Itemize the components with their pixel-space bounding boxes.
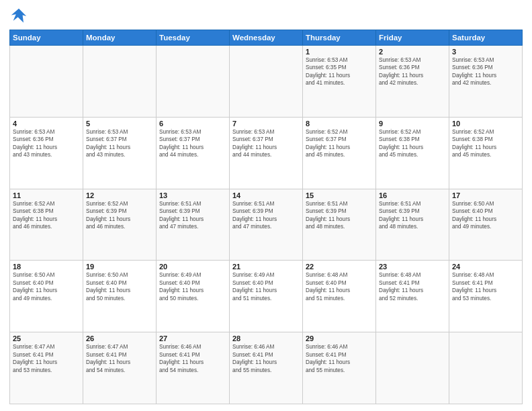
week-row-2: 4Sunrise: 6:53 AMSunset: 6:36 PMDaylight… bbox=[10, 117, 523, 189]
page: SundayMondayTuesdayWednesdayThursdayFrid… bbox=[0, 0, 532, 411]
day-info: Sunrise: 6:49 AMSunset: 6:40 PMDaylight:… bbox=[232, 271, 300, 302]
logo bbox=[9, 7, 31, 26]
day-cell: 27Sunrise: 6:46 AMSunset: 6:41 PMDayligh… bbox=[157, 332, 230, 404]
day-number: 25 bbox=[13, 334, 80, 342]
day-cell: 17Sunrise: 6:50 AMSunset: 6:40 PMDayligh… bbox=[449, 189, 523, 261]
day-info: Sunrise: 6:53 AMSunset: 6:36 PMDaylight:… bbox=[379, 56, 446, 87]
day-info: Sunrise: 6:52 AMSunset: 6:38 PMDaylight:… bbox=[379, 128, 446, 159]
day-number: 4 bbox=[13, 120, 80, 128]
day-info: Sunrise: 6:51 AMSunset: 6:39 PMDaylight:… bbox=[232, 200, 300, 231]
day-info: Sunrise: 6:53 AMSunset: 6:37 PMDaylight:… bbox=[86, 128, 153, 159]
day-number: 17 bbox=[452, 191, 519, 199]
weekday-header-row: SundayMondayTuesdayWednesdayThursdayFrid… bbox=[10, 30, 523, 46]
day-cell: 6Sunrise: 6:53 AMSunset: 6:37 PMDaylight… bbox=[157, 117, 230, 189]
logo-bird-icon bbox=[9, 7, 28, 26]
day-number: 10 bbox=[452, 120, 519, 128]
week-row-4: 18Sunrise: 6:50 AMSunset: 6:40 PMDayligh… bbox=[10, 261, 523, 332]
day-info: Sunrise: 6:51 AMSunset: 6:39 PMDaylight:… bbox=[306, 200, 373, 231]
day-cell: 2Sunrise: 6:53 AMSunset: 6:36 PMDaylight… bbox=[376, 46, 449, 118]
day-info: Sunrise: 6:53 AMSunset: 6:36 PMDaylight:… bbox=[13, 128, 80, 159]
day-number: 28 bbox=[232, 334, 300, 342]
day-cell: 13Sunrise: 6:51 AMSunset: 6:39 PMDayligh… bbox=[157, 189, 230, 261]
day-number: 9 bbox=[379, 120, 446, 128]
calendar-table: SundayMondayTuesdayWednesdayThursdayFrid… bbox=[9, 30, 523, 404]
day-cell: 12Sunrise: 6:52 AMSunset: 6:39 PMDayligh… bbox=[83, 189, 157, 261]
day-info: Sunrise: 6:52 AMSunset: 6:38 PMDaylight:… bbox=[452, 128, 519, 159]
day-number: 14 bbox=[232, 191, 300, 199]
day-info: Sunrise: 6:53 AMSunset: 6:37 PMDaylight:… bbox=[232, 128, 300, 159]
day-number: 13 bbox=[159, 191, 226, 199]
day-cell: 18Sunrise: 6:50 AMSunset: 6:40 PMDayligh… bbox=[10, 261, 83, 332]
day-number: 11 bbox=[13, 191, 80, 199]
day-info: Sunrise: 6:51 AMSunset: 6:39 PMDaylight:… bbox=[379, 200, 446, 231]
day-number: 3 bbox=[452, 48, 519, 56]
week-row-5: 25Sunrise: 6:47 AMSunset: 6:41 PMDayligh… bbox=[10, 332, 523, 404]
day-number: 12 bbox=[86, 191, 153, 199]
day-info: Sunrise: 6:49 AMSunset: 6:40 PMDaylight:… bbox=[159, 271, 226, 302]
day-number: 15 bbox=[306, 191, 373, 199]
day-cell bbox=[157, 46, 230, 118]
day-info: Sunrise: 6:47 AMSunset: 6:41 PMDaylight:… bbox=[86, 343, 153, 374]
weekday-header-friday: Friday bbox=[376, 30, 449, 46]
day-cell: 1Sunrise: 6:53 AMSunset: 6:35 PMDaylight… bbox=[303, 46, 376, 118]
day-cell: 21Sunrise: 6:49 AMSunset: 6:40 PMDayligh… bbox=[230, 261, 303, 332]
day-cell: 22Sunrise: 6:48 AMSunset: 6:40 PMDayligh… bbox=[303, 261, 376, 332]
day-cell: 15Sunrise: 6:51 AMSunset: 6:39 PMDayligh… bbox=[303, 189, 376, 261]
day-info: Sunrise: 6:52 AMSunset: 6:37 PMDaylight:… bbox=[306, 128, 373, 159]
day-info: Sunrise: 6:53 AMSunset: 6:37 PMDaylight:… bbox=[159, 128, 226, 159]
day-number: 19 bbox=[86, 263, 153, 271]
day-cell: 23Sunrise: 6:48 AMSunset: 6:41 PMDayligh… bbox=[376, 261, 449, 332]
day-cell: 11Sunrise: 6:52 AMSunset: 6:38 PMDayligh… bbox=[10, 189, 83, 261]
day-number: 26 bbox=[86, 334, 153, 342]
day-cell: 4Sunrise: 6:53 AMSunset: 6:36 PMDaylight… bbox=[10, 117, 83, 189]
day-cell: 10Sunrise: 6:52 AMSunset: 6:38 PMDayligh… bbox=[449, 117, 523, 189]
day-number: 6 bbox=[159, 120, 226, 128]
day-cell: 7Sunrise: 6:53 AMSunset: 6:37 PMDaylight… bbox=[230, 117, 303, 189]
day-cell bbox=[376, 332, 449, 404]
day-cell: 5Sunrise: 6:53 AMSunset: 6:37 PMDaylight… bbox=[83, 117, 157, 189]
day-number: 20 bbox=[159, 263, 226, 271]
day-number: 8 bbox=[306, 120, 373, 128]
weekday-header-sunday: Sunday bbox=[10, 30, 83, 46]
day-cell: 8Sunrise: 6:52 AMSunset: 6:37 PMDaylight… bbox=[303, 117, 376, 189]
day-info: Sunrise: 6:53 AMSunset: 6:36 PMDaylight:… bbox=[452, 56, 519, 87]
day-cell bbox=[230, 46, 303, 118]
day-number: 7 bbox=[232, 120, 300, 128]
day-info: Sunrise: 6:52 AMSunset: 6:39 PMDaylight:… bbox=[86, 200, 153, 231]
weekday-header-monday: Monday bbox=[83, 30, 157, 46]
day-info: Sunrise: 6:46 AMSunset: 6:41 PMDaylight:… bbox=[159, 343, 226, 374]
week-row-3: 11Sunrise: 6:52 AMSunset: 6:38 PMDayligh… bbox=[10, 189, 523, 261]
day-cell bbox=[449, 332, 523, 404]
day-number: 18 bbox=[13, 263, 80, 271]
day-cell: 19Sunrise: 6:50 AMSunset: 6:40 PMDayligh… bbox=[83, 261, 157, 332]
day-number: 21 bbox=[232, 263, 300, 271]
weekday-header-tuesday: Tuesday bbox=[157, 30, 230, 46]
day-info: Sunrise: 6:51 AMSunset: 6:39 PMDaylight:… bbox=[159, 200, 226, 231]
svg-marker-0 bbox=[11, 9, 26, 23]
day-cell: 14Sunrise: 6:51 AMSunset: 6:39 PMDayligh… bbox=[230, 189, 303, 261]
day-number: 23 bbox=[379, 263, 446, 271]
weekday-header-saturday: Saturday bbox=[449, 30, 523, 46]
day-cell bbox=[83, 46, 157, 118]
day-cell: 20Sunrise: 6:49 AMSunset: 6:40 PMDayligh… bbox=[157, 261, 230, 332]
weekday-header-wednesday: Wednesday bbox=[230, 30, 303, 46]
day-number: 1 bbox=[306, 48, 373, 56]
day-info: Sunrise: 6:50 AMSunset: 6:40 PMDaylight:… bbox=[452, 200, 519, 231]
day-cell: 3Sunrise: 6:53 AMSunset: 6:36 PMDaylight… bbox=[449, 46, 523, 118]
day-info: Sunrise: 6:50 AMSunset: 6:40 PMDaylight:… bbox=[86, 271, 153, 302]
day-info: Sunrise: 6:50 AMSunset: 6:40 PMDaylight:… bbox=[13, 271, 80, 302]
day-info: Sunrise: 6:48 AMSunset: 6:41 PMDaylight:… bbox=[452, 271, 519, 302]
day-cell: 9Sunrise: 6:52 AMSunset: 6:38 PMDaylight… bbox=[376, 117, 449, 189]
day-cell bbox=[10, 46, 83, 118]
day-info: Sunrise: 6:52 AMSunset: 6:38 PMDaylight:… bbox=[13, 200, 80, 231]
day-info: Sunrise: 6:47 AMSunset: 6:41 PMDaylight:… bbox=[13, 343, 80, 374]
day-number: 27 bbox=[159, 334, 226, 342]
day-number: 2 bbox=[379, 48, 446, 56]
weekday-header-thursday: Thursday bbox=[303, 30, 376, 46]
day-number: 29 bbox=[306, 334, 373, 342]
week-row-1: 1Sunrise: 6:53 AMSunset: 6:35 PMDaylight… bbox=[10, 46, 523, 118]
day-cell: 25Sunrise: 6:47 AMSunset: 6:41 PMDayligh… bbox=[10, 332, 83, 404]
day-cell: 28Sunrise: 6:46 AMSunset: 6:41 PMDayligh… bbox=[230, 332, 303, 404]
day-number: 24 bbox=[452, 263, 519, 271]
day-cell: 26Sunrise: 6:47 AMSunset: 6:41 PMDayligh… bbox=[83, 332, 157, 404]
